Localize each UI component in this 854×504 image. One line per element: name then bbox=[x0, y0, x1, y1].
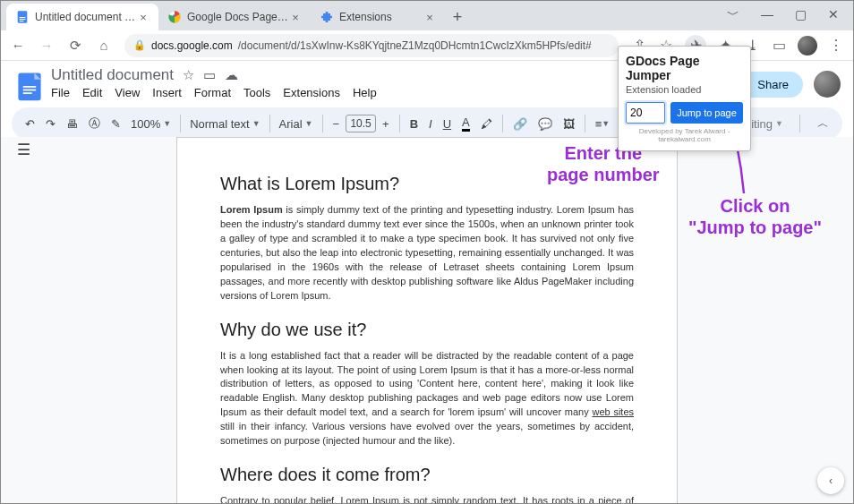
close-icon[interactable]: × bbox=[423, 11, 436, 24]
outline-toggle-button[interactable]: ☰ bbox=[17, 141, 30, 159]
font-select[interactable]: Arial▼ bbox=[276, 117, 317, 131]
webstore-favicon bbox=[167, 10, 182, 24]
reload-button[interactable]: ⟳ bbox=[67, 38, 83, 54]
redo-button[interactable]: ↷ bbox=[41, 114, 60, 134]
lock-icon: 🔒 bbox=[133, 39, 146, 51]
text-color-button[interactable]: A bbox=[457, 112, 474, 135]
menu-file[interactable]: File bbox=[51, 86, 70, 99]
docs-favicon bbox=[15, 10, 30, 24]
home-button[interactable]: ⌂ bbox=[96, 38, 112, 53]
browser-tab[interactable]: Extensions × bbox=[311, 4, 445, 30]
explore-button[interactable]: ‹ bbox=[817, 467, 844, 494]
menu-edit[interactable]: Edit bbox=[82, 86, 102, 99]
page-number-input[interactable] bbox=[626, 102, 665, 124]
menu-format[interactable]: Format bbox=[194, 86, 231, 99]
close-icon[interactable]: × bbox=[137, 11, 149, 24]
cloud-icon[interactable]: ☁ bbox=[225, 67, 238, 83]
popup-credit: Developed by Tarek Alward - tarekalward.… bbox=[626, 127, 743, 143]
svg-rect-8 bbox=[23, 90, 36, 91]
close-window-icon[interactable]: ✕ bbox=[828, 7, 839, 23]
document-canvas: ☰ What is Lorem Ipsum? Lorem Ipsum is si… bbox=[1, 137, 853, 503]
menu-extensions[interactable]: Extensions bbox=[283, 86, 340, 99]
browser-tab-strip: Untitled document - Google Docs × Google… bbox=[1, 1, 853, 30]
popup-title: GDocs Page Jumper bbox=[626, 54, 743, 82]
align-button[interactable]: ≡▼ bbox=[591, 114, 615, 134]
paragraph: Lorem Ipsum is simply dummy text of the … bbox=[220, 203, 634, 303]
account-avatar[interactable] bbox=[814, 71, 841, 98]
tab-title: Extensions bbox=[339, 11, 423, 23]
svg-rect-3 bbox=[20, 21, 24, 21]
menu-insert[interactable]: Insert bbox=[152, 86, 182, 99]
menu-help[interactable]: Help bbox=[353, 86, 377, 99]
svg-rect-7 bbox=[23, 86, 36, 88]
insert-link-button[interactable]: 🔗 bbox=[508, 114, 532, 134]
menu-tools[interactable]: Tools bbox=[243, 86, 270, 99]
tab-title: Untitled document - Google Docs bbox=[35, 11, 137, 23]
increase-font-button[interactable]: + bbox=[378, 114, 394, 134]
share-label: Share bbox=[757, 78, 789, 91]
undo-button[interactable]: ↶ bbox=[21, 114, 39, 134]
editing-mode-button[interactable]: iting▼ bbox=[747, 117, 787, 131]
profile-avatar[interactable] bbox=[798, 36, 817, 56]
spellcheck-button[interactable]: Ⓐ bbox=[84, 112, 105, 135]
annotation-click-jump: Click on "Jump to page" bbox=[688, 195, 822, 238]
paragraph: Contrary to popular belief, Lorem Ipsum … bbox=[220, 494, 634, 503]
paragraph: It is a long established fact that a rea… bbox=[220, 349, 634, 449]
document-title[interactable]: Untitled document bbox=[51, 66, 174, 84]
menu-view[interactable]: View bbox=[115, 86, 140, 99]
forward-button: → bbox=[38, 38, 55, 53]
minimize-icon[interactable]: — bbox=[761, 7, 773, 23]
heading: Where does it come from? bbox=[220, 465, 634, 485]
tab-title: Google Docs Page Jumper - Chrome bbox=[187, 11, 289, 23]
underline-button[interactable]: U bbox=[439, 114, 456, 134]
back-button[interactable]: ← bbox=[10, 38, 26, 53]
url-input[interactable]: 🔒 docs.google.com/document/d/1sXwInw-Ks8… bbox=[124, 34, 619, 57]
browser-tab-active[interactable]: Untitled document - Google Docs × bbox=[6, 4, 158, 30]
print-button[interactable]: 🖶 bbox=[62, 114, 82, 134]
decrease-font-button[interactable]: − bbox=[329, 114, 345, 134]
svg-rect-9 bbox=[23, 92, 32, 94]
new-tab-button[interactable]: + bbox=[445, 8, 470, 30]
zoom-select[interactable]: 100%▼ bbox=[127, 117, 175, 131]
maximize-icon[interactable]: ▢ bbox=[795, 7, 807, 23]
browser-tab[interactable]: Google Docs Page Jumper - Chrome × bbox=[158, 4, 311, 30]
url-path: /document/d/1sXwInw-Ks8KYqjtneZ1Mzq0DHcm… bbox=[238, 39, 592, 52]
browser-menu-icon[interactable]: ⋮ bbox=[828, 37, 844, 54]
star-icon[interactable]: ☆ bbox=[183, 67, 194, 83]
url-host: docs.google.com bbox=[151, 39, 233, 52]
ext-favicon bbox=[320, 10, 334, 24]
insert-comment-button[interactable]: 💬 bbox=[534, 114, 557, 134]
italic-button[interactable]: I bbox=[424, 114, 437, 134]
docs-logo[interactable] bbox=[13, 70, 46, 102]
extension-popup: GDocs Page Jumper Extension loaded Jump … bbox=[618, 46, 751, 151]
collapse-toolbar-button[interactable]: ︿ bbox=[813, 112, 833, 135]
jump-to-page-button[interactable]: Jump to page bbox=[670, 102, 743, 124]
popup-subtitle: Extension loaded bbox=[626, 84, 743, 95]
bold-button[interactable]: B bbox=[406, 114, 423, 134]
highlight-button[interactable]: 🖍 bbox=[476, 114, 497, 134]
insert-image-button[interactable]: 🖼 bbox=[559, 114, 579, 134]
move-icon[interactable]: ▭ bbox=[203, 67, 216, 83]
chevron-down-icon[interactable]: ﹀ bbox=[727, 7, 739, 23]
document-page[interactable]: What is Lorem Ipsum? Lorem Ipsum is simp… bbox=[176, 137, 678, 503]
font-size-input[interactable]: 10.5 bbox=[346, 115, 376, 132]
paragraph-style-select[interactable]: Normal text▼ bbox=[186, 117, 263, 131]
close-icon[interactable]: × bbox=[289, 11, 302, 24]
reading-list-icon[interactable]: ▭ bbox=[771, 37, 787, 54]
svg-rect-2 bbox=[20, 19, 26, 20]
paint-format-button[interactable]: ✎ bbox=[107, 114, 125, 134]
heading: Why do we use it? bbox=[220, 320, 634, 340]
svg-rect-1 bbox=[20, 17, 26, 18]
